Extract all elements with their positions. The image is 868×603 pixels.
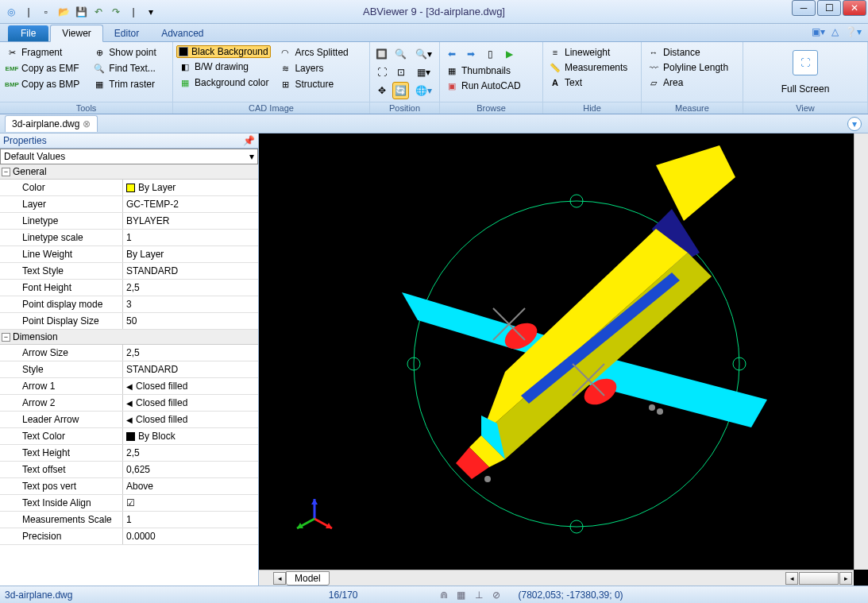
- text-button[interactable]: AText: [546, 75, 638, 90]
- property-value[interactable]: By Layer: [123, 180, 258, 195]
- property-row[interactable]: Text StyleSTANDARD: [0, 263, 258, 280]
- minimize-button[interactable]: ─: [792, 0, 816, 16]
- pin-icon[interactable]: 📌: [243, 135, 255, 146]
- collapse-icon[interactable]: −: [2, 333, 10, 342]
- area-button[interactable]: ▱Area: [645, 75, 739, 90]
- window-style-icon[interactable]: ▣▾: [812, 26, 825, 37]
- orbit-icon[interactable]: 🔄: [392, 82, 410, 99]
- collapse-icon[interactable]: −: [2, 168, 10, 176]
- prev-layout-icon[interactable]: ◂: [273, 572, 286, 585]
- document-tab[interactable]: 3d-airplane.dwg ⊗: [5, 115, 98, 132]
- black-background-button[interactable]: Black Background: [176, 45, 271, 58]
- property-value[interactable]: 0.0000: [123, 528, 258, 544]
- property-row[interactable]: Arrow 1◀Closed filled: [0, 378, 258, 395]
- property-value[interactable]: GC-TEMP-2: [123, 196, 258, 212]
- copy-emf-button[interactable]: EMFCopy as EMF: [3, 61, 82, 75]
- slideshow-icon[interactable]: ▶: [500, 45, 518, 63]
- close-tab-icon[interactable]: ⊗: [83, 118, 91, 129]
- property-row[interactable]: Text pos vertAbove: [0, 478, 258, 495]
- fullscreen-label[interactable]: Full Screen: [777, 82, 835, 96]
- open-icon[interactable]: 📂: [56, 4, 71, 20]
- property-row[interactable]: LayerGC-TEMP-2: [0, 196, 258, 213]
- trim-raster-button[interactable]: ▦Trim raster: [91, 77, 158, 91]
- property-row[interactable]: Text Height2,5: [0, 445, 258, 462]
- property-value[interactable]: 1: [123, 512, 258, 528]
- property-row[interactable]: Text ColorBy Block: [0, 428, 258, 445]
- thumbnails-button[interactable]: ▦Thumbnails: [443, 64, 539, 78]
- zoom-icon[interactable]: 🔲: [373, 45, 391, 63]
- property-value[interactable]: 3: [123, 296, 258, 312]
- property-value[interactable]: ☑: [123, 495, 258, 511]
- scroll-left-icon[interactable]: ◂: [785, 572, 798, 585]
- property-value[interactable]: BYLAYER: [123, 213, 258, 229]
- ortho-icon[interactable]: ⊥: [473, 589, 485, 601]
- property-row[interactable]: LinetypeBYLAYER: [0, 213, 258, 230]
- fit-icon[interactable]: ⛶: [373, 64, 391, 81]
- property-row[interactable]: Text Inside Align☑: [0, 495, 258, 512]
- redo-icon[interactable]: ↷: [108, 4, 124, 20]
- list-icon[interactable]: ▯: [481, 45, 499, 63]
- structure-button[interactable]: ⊞Structure: [276, 77, 350, 91]
- checkbox-icon[interactable]: ☑: [126, 497, 135, 508]
- property-value[interactable]: ◀Closed filled: [123, 395, 258, 411]
- property-value[interactable]: By Layer: [123, 246, 258, 262]
- h-scrollbar-track[interactable]: ◂ ▸: [330, 570, 854, 586]
- property-value[interactable]: 0,625: [123, 462, 258, 477]
- property-value[interactable]: By Block: [123, 428, 258, 444]
- vertical-scrollbar[interactable]: [854, 133, 868, 570]
- pan-icon[interactable]: ✥: [373, 82, 391, 99]
- polyline-length-button[interactable]: 〰Polyline Length: [645, 60, 739, 75]
- zoom-region-icon[interactable]: ⊡: [392, 64, 410, 81]
- arcs-splitted-button[interactable]: ◠Arcs Splitted: [276, 45, 350, 60]
- grid-icon[interactable]: ▦: [455, 589, 468, 601]
- qat-dropdown[interactable]: ▾: [143, 4, 159, 20]
- tab-viewer[interactable]: Viewer: [50, 25, 102, 42]
- distance-button[interactable]: ↔Distance: [645, 45, 739, 60]
- property-row[interactable]: StyleSTANDARD: [0, 361, 258, 378]
- find-text-button[interactable]: 🔍Find Text...: [91, 61, 158, 75]
- property-row[interactable]: Point display mode3: [0, 296, 258, 313]
- property-value[interactable]: 1: [123, 230, 258, 245]
- lineweight-button[interactable]: ≡Lineweight: [546, 45, 638, 60]
- measurements-button[interactable]: 📏Measurements: [546, 60, 638, 75]
- copy-bmp-button[interactable]: BMPCopy as BMP: [3, 77, 82, 91]
- bw-drawing-button[interactable]: ◧B/W drawing: [176, 60, 271, 74]
- property-row[interactable]: ColorBy Layer: [0, 180, 258, 196]
- snap-icon[interactable]: ⋒: [438, 589, 450, 601]
- zoom-window-icon[interactable]: 🔍: [392, 45, 410, 63]
- property-value[interactable]: ◀Closed filled: [123, 412, 258, 427]
- app-icon[interactable]: ◎: [3, 4, 19, 20]
- orbit-drop-icon[interactable]: 🌐▾: [411, 82, 436, 99]
- fullscreen-icon[interactable]: ⛶: [793, 50, 818, 75]
- viewport-canvas[interactable]: [259, 133, 854, 570]
- close-button[interactable]: ✕: [843, 0, 866, 16]
- view-drop-icon[interactable]: ▦▾: [411, 64, 436, 81]
- tab-advanced[interactable]: Advanced: [150, 25, 214, 41]
- property-value[interactable]: 2,5: [123, 280, 258, 296]
- polar-icon[interactable]: ⊘: [490, 589, 503, 601]
- property-row[interactable]: Line WeightBy Layer: [0, 246, 258, 263]
- property-value[interactable]: STANDARD: [123, 263, 258, 279]
- property-row[interactable]: Linetype scale1: [0, 230, 258, 246]
- new-icon[interactable]: ▫: [38, 4, 54, 20]
- property-row[interactable]: Leader Arrow◀Closed filled: [0, 412, 258, 428]
- property-value[interactable]: Above: [123, 478, 258, 494]
- run-autocad-button[interactable]: ▣Run AutoCAD: [443, 79, 539, 93]
- tab-editor[interactable]: Editor: [103, 25, 150, 41]
- property-value[interactable]: STANDARD: [123, 361, 258, 377]
- viewport[interactable]: ◂ Model ◂ ▸: [259, 133, 868, 586]
- property-value[interactable]: 50: [123, 313, 258, 329]
- property-row[interactable]: Text offset0,625: [0, 462, 258, 478]
- help-icon[interactable]: ❔▾: [845, 26, 862, 37]
- property-row[interactable]: Arrow Size2,5: [0, 345, 258, 361]
- property-value[interactable]: ◀Closed filled: [123, 378, 258, 394]
- property-row[interactable]: Point Display Size50: [0, 313, 258, 330]
- fragment-button[interactable]: ✂Fragment: [3, 45, 82, 60]
- file-tab[interactable]: File: [8, 25, 48, 41]
- show-point-button[interactable]: ⊕Show point: [91, 45, 158, 60]
- property-value[interactable]: 2,5: [123, 445, 258, 461]
- next-icon[interactable]: ➡: [462, 45, 480, 63]
- model-tab[interactable]: Model: [286, 571, 330, 586]
- background-color-button[interactable]: ▦Background color: [176, 75, 271, 90]
- property-row[interactable]: Precision0.0000: [0, 528, 258, 545]
